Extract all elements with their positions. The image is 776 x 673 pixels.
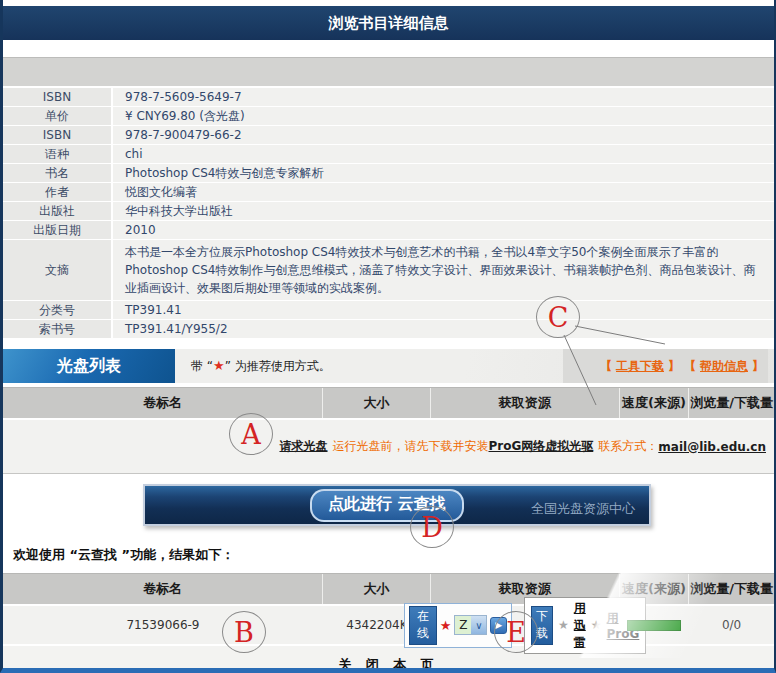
detail-row-price: 单价 ¥ CNY69.80 (含光盘) [3,107,774,126]
player-select-value: Z [455,616,471,634]
detail-row-book-title: 书名 Photoshop CS4特效与创意专家解析 [3,164,774,183]
install-instruction-text: 运行光盘前，请先下载并安装 [332,438,488,455]
request-disc-link[interactable]: 请求光盘 [279,438,327,455]
page-title: 浏览书目详细信息 [3,6,774,40]
detail-label: 单价 [3,107,113,125]
bracket: 【 [600,358,612,375]
contact-mail-link[interactable]: mail@lib.edu.cn [658,440,766,454]
result-table-row: 71539066-9 4342204K 在线 ★ Z ∨ ▶ 下载 ★ 用迅雷 … [3,604,774,644]
detail-value: 978-7-5609-5649-7 [113,88,774,106]
detail-label: 出版日期 [3,221,113,239]
header-size: 大小 [323,574,431,604]
result-table-header: 卷标名 大小 获取资源 速度(来源) 浏览量/下载量 [3,574,774,604]
speed-cell [620,606,689,644]
table-footer-row: 关 闭 本 页 [3,644,774,673]
empty-toolbar-band [3,57,774,86]
detail-value: Photoshop CS4特效与创意专家解析 [113,164,774,182]
header-speed-source: 速度(来源) [620,388,689,418]
disc-list-section-header: 光盘列表 带 “★” 为推荐使用方式。 【工具下载】 【帮助信息】 [3,349,774,383]
star-icon: ★ [591,618,602,632]
player-select[interactable]: Z ∨ [454,615,487,635]
detail-value: 本书是一本全方位展示Photoshop CS4特效技术与创意艺术的书籍，全书以4… [113,240,774,300]
bracket: 】 [668,358,680,375]
detail-row-isbn2: ISBN 978-7-900479-66-2 [3,126,774,145]
detail-row-language: 语种 chi [3,145,774,164]
tools-download-link[interactable]: 工具下载 [616,358,664,375]
help-info-link[interactable]: 帮助信息 [700,358,748,375]
header-size: 大小 [323,388,431,418]
detail-label: ISBN [3,126,113,144]
online-button[interactable]: 在线 [409,606,436,645]
bracket: 【 [684,358,696,375]
cloud-search-banner[interactable]: 点此进行 云查找 全国光盘资源中心 [143,484,651,526]
annotation-b: B [222,611,266,653]
detail-row-publisher: 出版社 华中科技大学出版社 [3,202,774,221]
chevron-down-icon[interactable]: ∨ [471,616,486,634]
contact-label: 联系方式： [598,438,658,455]
disc-list-table: 卷标名 大小 获取资源 速度(来源) 浏览量/下载量 请求光盘 运行光盘前，请先… [3,387,774,474]
detail-value: TP391.41 [113,301,774,319]
annotation-e: E [494,611,538,653]
views-downloads-value: 0/0 [689,606,774,644]
detail-value: chi [113,145,774,163]
detail-label: 索书号 [3,320,113,338]
speed-indicator-bar [627,620,681,631]
detail-value: 华中科技大学出版社 [113,202,774,220]
detail-label: 语种 [3,145,113,163]
tools-links-box: 【工具下载】 【帮助信息】 [563,349,768,383]
star-hint-text: 带 “★” 为推荐使用方式。 [191,358,331,375]
detail-row-classno: 分类号 TP391.41 [3,301,774,320]
national-disc-center-label: 全国光盘资源中心 [531,500,635,518]
detail-label: 书名 [3,164,113,182]
detail-value: 2010 [113,221,774,239]
detail-label: ISBN [3,88,113,106]
close-page-link[interactable]: 关 闭 本 页 [338,656,439,673]
volume-label-value: 71539066-9 [3,606,323,644]
prog-virtual-drive-link[interactable]: ProG网络虚拟光驱 [488,438,593,455]
detail-label: 作者 [3,183,113,201]
detail-label: 出版社 [3,202,113,220]
detail-value: 悦图文化编著 [113,183,774,201]
annotation-c: C [536,296,580,338]
detail-value: 978-7-900479-66-2 [113,126,774,144]
detail-label: 文摘 [3,240,113,300]
header-volume-label: 卷标名 [3,388,323,418]
detail-value: TP391.41/Y955/2 [113,320,774,338]
disc-list-badge: 光盘列表 [3,349,175,383]
cloud-search-result-message: 欢迎使用 “云查找 ”功能，结果如下： [13,546,774,564]
bibliographic-details: ISBN 978-7-5609-5649-7 单价 ¥ CNY69.80 (含光… [3,88,774,339]
annotation-d: D [410,506,454,548]
detail-value: ¥ CNY69.80 (含光盘) [113,107,774,125]
cloud-search-result-table: 卷标名 大小 获取资源 速度(来源) 浏览量/下载量 71539066-9 43… [3,573,774,673]
header-volume-label: 卷标名 [3,574,323,604]
star-icon: ★ [558,618,569,632]
hint-prefix: 带 “ [191,359,213,373]
detail-row-abstract: 文摘 本书是一本全方位展示Photoshop CS4特效技术与创意艺术的书籍，全… [3,240,774,301]
detail-row-author: 作者 悦图文化编著 [3,183,774,202]
header-views-downloads: 浏览量/下载量 [689,574,774,604]
bracket: 】 [752,358,764,375]
detail-label: 分类号 [3,301,113,319]
annotation-a: A [229,413,273,455]
request-disc-row: 请求光盘 运行光盘前，请先下载并安装ProG网络虚拟光驱 联系方式：mail@l… [3,418,774,473]
header-get-resource: 获取资源 [431,388,620,418]
catalog-detail-page: 浏览书目详细信息 ISBN 978-7-5609-5649-7 单价 ¥ CNY… [0,0,776,673]
hint-suffix: ” 为推荐使用方式。 [225,359,331,373]
detail-row-pubdate: 出版日期 2010 [3,221,774,240]
recommended-star-icon: ★ [440,618,452,633]
disc-table-header: 卷标名 大小 获取资源 速度(来源) 浏览量/下载量 [3,388,774,418]
header-views-downloads: 浏览量/下载量 [689,388,774,418]
thunder-download-link[interactable]: 用迅雷 [574,600,586,651]
detail-row-callno: 索书号 TP391.41/Y955/2 [3,320,774,339]
detail-row-isbn1: ISBN 978-7-5609-5649-7 [3,88,774,107]
star-icon: ★ [213,358,225,373]
